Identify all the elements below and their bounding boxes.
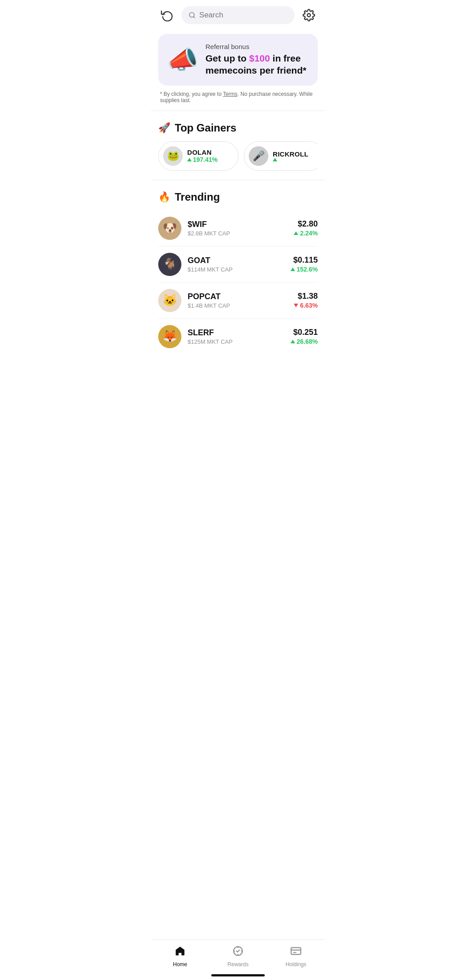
wif-price: $2.80 bbox=[294, 219, 318, 229]
popcat-price: $1.38 bbox=[294, 292, 318, 301]
rickroll-avatar: 🎤 bbox=[249, 146, 268, 166]
gainer-card-rickroll[interactable]: 🎤 RICKROLL bbox=[244, 141, 318, 171]
banner-headline: Get up to $100 in free memecoins per fri… bbox=[205, 52, 309, 77]
wif-name: $WIF bbox=[188, 220, 294, 229]
trending-title: 🔥 Trending bbox=[158, 191, 318, 203]
dolan-pct: 197.41% bbox=[187, 156, 217, 163]
slerf-price: $0.251 bbox=[291, 328, 318, 337]
search-input[interactable] bbox=[199, 11, 287, 20]
trending-item-goat[interactable]: 🐐 GOAT $114M MKT CAP $0.115 152.6% bbox=[158, 247, 318, 283]
banner-highlight: $100 bbox=[249, 53, 270, 63]
holdings-label: Holdings bbox=[286, 961, 307, 968]
settings-icon[interactable] bbox=[300, 6, 318, 24]
slerf-arrow bbox=[291, 340, 295, 343]
dolan-avatar: 🐸 bbox=[163, 146, 183, 166]
slerf-mktcap: $125M MKT CAP bbox=[188, 338, 291, 345]
header bbox=[151, 0, 325, 30]
rickroll-pct bbox=[273, 158, 308, 161]
dolan-arrow-up bbox=[187, 158, 192, 161]
popcat-name: POPCAT bbox=[188, 292, 294, 301]
history-icon[interactable] bbox=[158, 6, 176, 24]
slerf-change: 26.68% bbox=[291, 338, 318, 345]
popcat-info: POPCAT $1.4B MKT CAP bbox=[188, 292, 294, 309]
trending-label: Trending bbox=[175, 191, 220, 203]
top-gainers-section: 🚀 Top Gainers 🐸 DOLAN 197.41% 🎤 RICKROLL bbox=[151, 111, 325, 180]
popcat-price-info: $1.38 6.63% bbox=[294, 292, 318, 309]
rickroll-info: RICKROLL bbox=[273, 150, 308, 161]
svg-rect-4 bbox=[291, 947, 301, 954]
banner-headline-part1: Get up to bbox=[205, 53, 249, 63]
goat-price: $0.115 bbox=[291, 255, 318, 265]
goat-name: GOAT bbox=[188, 256, 291, 265]
gainers-scroll[interactable]: 🐸 DOLAN 197.41% 🎤 RICKROLL bbox=[158, 141, 318, 173]
bottom-spacer bbox=[151, 362, 325, 406]
goat-price-info: $0.115 152.6% bbox=[291, 255, 318, 273]
disclaimer: * By clicking, you agree to Terms. No pu… bbox=[151, 87, 325, 111]
wif-mktcap: $2.8B MKT CAP bbox=[188, 230, 294, 237]
search-icon bbox=[189, 11, 196, 19]
nav-rewards[interactable]: Rewards bbox=[209, 945, 267, 968]
goat-mktcap: $114M MKT CAP bbox=[188, 266, 291, 273]
referral-banner[interactable]: 📣 Referral bonus Get up to $100 in free … bbox=[158, 34, 318, 86]
slerf-change-value: 26.68% bbox=[297, 338, 318, 345]
wif-price-info: $2.80 2.24% bbox=[294, 219, 318, 237]
goat-change-value: 152.6% bbox=[297, 266, 318, 273]
gainer-card-dolan[interactable]: 🐸 DOLAN 197.41% bbox=[158, 141, 238, 171]
svg-line-1 bbox=[193, 16, 195, 18]
trending-item-wif[interactable]: 🐶 $WIF $2.8B MKT CAP $2.80 2.24% bbox=[158, 210, 318, 247]
top-gainers-label: Top Gainers bbox=[175, 122, 236, 134]
top-gainers-title: 🚀 Top Gainers bbox=[158, 122, 318, 134]
nav-home[interactable]: Home bbox=[151, 945, 209, 968]
home-label: Home bbox=[173, 961, 187, 968]
home-indicator bbox=[211, 974, 265, 976]
dolan-info: DOLAN 197.41% bbox=[187, 148, 217, 163]
nav-holdings[interactable]: Holdings bbox=[267, 945, 325, 968]
home-icon bbox=[174, 945, 186, 959]
rocket-icon: 🚀 bbox=[158, 122, 170, 134]
fire-icon: 🔥 bbox=[158, 191, 170, 203]
banner-label: Referral bonus bbox=[205, 43, 309, 50]
svg-point-2 bbox=[308, 14, 311, 17]
popcat-change: 6.63% bbox=[294, 302, 318, 309]
megaphone-icon: 📣 bbox=[167, 45, 198, 74]
slerf-avatar: 🦊 bbox=[158, 325, 181, 348]
wif-arrow bbox=[294, 231, 298, 235]
goat-info: GOAT $114M MKT CAP bbox=[188, 256, 291, 273]
goat-arrow bbox=[291, 268, 295, 271]
rickroll-arrow-up bbox=[273, 158, 277, 161]
trending-section: 🔥 Trending 🐶 $WIF $2.8B MKT CAP $2.80 2.… bbox=[151, 180, 325, 362]
slerf-price-info: $0.251 26.68% bbox=[291, 328, 318, 345]
terms-link[interactable]: Terms bbox=[223, 91, 238, 97]
popcat-arrow bbox=[294, 304, 298, 307]
popcat-change-value: 6.63% bbox=[300, 302, 318, 309]
rewards-label: Rewards bbox=[227, 961, 248, 968]
trending-item-popcat[interactable]: 🐱 POPCAT $1.4B MKT CAP $1.38 6.63% bbox=[158, 283, 318, 319]
rickroll-name: RICKROLL bbox=[273, 150, 308, 158]
slerf-info: SLERF $125M MKT CAP bbox=[188, 328, 291, 345]
banner-text: Referral bonus Get up to $100 in free me… bbox=[205, 43, 309, 77]
wif-change-value: 2.24% bbox=[300, 230, 318, 237]
goat-change: 152.6% bbox=[291, 266, 318, 273]
search-bar[interactable] bbox=[181, 6, 295, 24]
wif-info: $WIF $2.8B MKT CAP bbox=[188, 220, 294, 237]
disclaimer-text: * By clicking, you agree to bbox=[160, 91, 223, 97]
dolan-pct-value: 197.41% bbox=[193, 156, 217, 163]
dolan-name: DOLAN bbox=[187, 148, 217, 156]
popcat-avatar: 🐱 bbox=[158, 289, 181, 312]
trending-item-slerf[interactable]: 🦊 SLERF $125M MKT CAP $0.251 26.68% bbox=[158, 319, 318, 354]
goat-avatar: 🐐 bbox=[158, 253, 181, 276]
wif-avatar: 🐶 bbox=[158, 217, 181, 240]
wif-change: 2.24% bbox=[294, 230, 318, 237]
holdings-icon bbox=[290, 945, 302, 959]
slerf-name: SLERF bbox=[188, 328, 291, 338]
popcat-mktcap: $1.4B MKT CAP bbox=[188, 302, 294, 309]
rewards-icon bbox=[232, 945, 244, 959]
